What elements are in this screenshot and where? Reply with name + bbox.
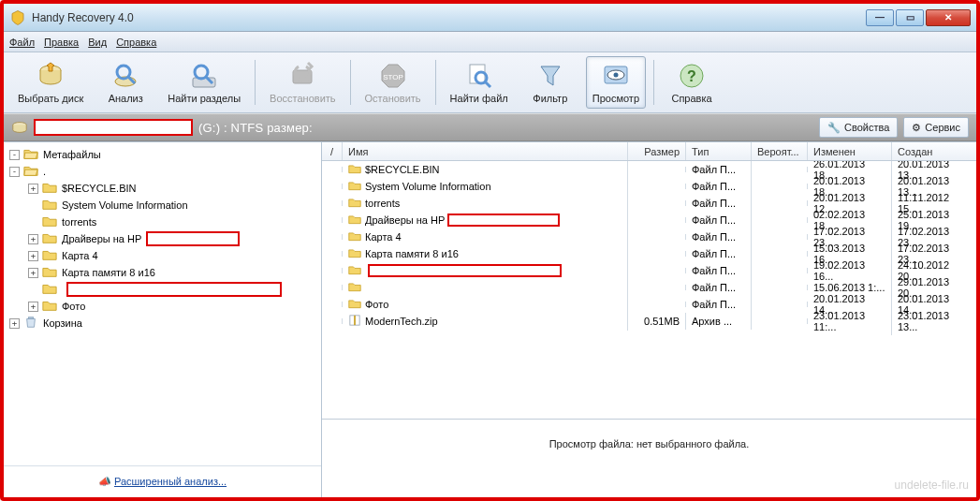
tree-node[interactable]: -Метафайлы: [9, 146, 315, 163]
title-bar: Handy Recovery 4.0 — ▭ ✕: [4, 4, 976, 32]
toolbtn-label: Найти разделы: [168, 93, 241, 104]
file-list[interactable]: $RECYCLE.BINФайл П...26.01.2013 18...20.…: [322, 161, 976, 419]
tree-toggle-icon[interactable]: +: [28, 184, 38, 194]
filter-button[interactable]: Фильтр: [520, 56, 580, 109]
tree-node[interactable]: -.: [9, 163, 315, 180]
col-modified[interactable]: Изменен: [808, 142, 892, 160]
properties-button[interactable]: 🔧 Свойства: [819, 117, 898, 138]
menu-вид[interactable]: Вид: [88, 37, 107, 48]
file-modified: 23.01.2013 11:...: [808, 307, 892, 335]
menu-справка[interactable]: Справка: [116, 37, 156, 48]
preview-button[interactable]: Просмотр: [586, 56, 646, 109]
svg-point-15: [613, 73, 618, 78]
tree-node[interactable]: [9, 281, 315, 298]
folder-icon: [348, 230, 365, 243]
tree-toggle-icon[interactable]: +: [28, 268, 38, 278]
tree-label: System Volume Information: [62, 199, 188, 211]
recover-button: Восстановить: [263, 56, 342, 109]
preview-pane: Просмотр файла: нет выбранного файла.: [322, 419, 976, 497]
tree-toggle-icon[interactable]: +: [9, 318, 20, 329]
folder-icon: [348, 247, 365, 260]
file-name: Карта памяти 8 и16: [365, 248, 459, 259]
toolbtn-label: Остановить: [365, 93, 421, 104]
tree-label: Драйверы на HP: [62, 233, 141, 244]
col-checkbox[interactable]: /: [322, 142, 343, 160]
tree-toggle-icon[interactable]: -: [9, 167, 20, 177]
file-type: Файл П...: [686, 296, 752, 313]
file-created: 23.01.2013 13...: [892, 307, 976, 335]
analyze-button[interactable]: Анализ: [95, 56, 155, 109]
menu-правка[interactable]: Правка: [44, 37, 79, 48]
folder-tree[interactable]: -Метафайлы-.+$RECYCLE.BINSystem Volume I…: [4, 142, 321, 465]
file-size: [628, 167, 686, 172]
file-prob: [752, 302, 808, 307]
window-controls: — ▭ ✕: [866, 9, 971, 26]
maximize-button[interactable]: ▭: [896, 9, 924, 26]
list-header: / Имя Размер Тип Вероят... Изменен Созда…: [322, 142, 976, 161]
path-bar: (G:) : NTFS размер: 🔧 Свойства ⚙ Сервис: [4, 113, 976, 141]
folder-icon: [42, 248, 60, 263]
tree-node[interactable]: torrents: [9, 214, 315, 230]
close-button[interactable]: ✕: [926, 9, 971, 26]
tree-node[interactable]: +Фото: [9, 298, 315, 315]
file-name: $RECYCLE.BIN: [365, 164, 439, 175]
svg-line-12: [485, 81, 490, 87]
tree-node[interactable]: +Драйверы на HP: [9, 230, 315, 247]
file-size: 0.51MB: [628, 313, 686, 330]
stop-button: STOPОстановить: [358, 56, 428, 109]
tree-toggle-icon[interactable]: +: [28, 234, 38, 244]
col-size[interactable]: Размер: [628, 142, 686, 160]
drive-name-redacted: [34, 119, 193, 136]
find-file-button[interactable]: Найти файл: [444, 56, 515, 109]
col-name[interactable]: Имя: [343, 142, 628, 160]
file-name: Фото: [365, 299, 388, 310]
col-probability[interactable]: Вероят...: [752, 142, 808, 160]
folder-icon: [42, 282, 60, 297]
tree-node[interactable]: +Карта 4: [9, 247, 315, 264]
preview-icon: [601, 61, 631, 91]
help-icon: ?: [677, 61, 707, 91]
menu-bar: ФайлПравкаВидСправка: [4, 32, 976, 52]
tree-node[interactable]: +$RECYCLE.BIN: [9, 180, 315, 197]
service-button[interactable]: ⚙ Сервис: [903, 117, 969, 138]
file-type: Файл П...: [686, 262, 752, 279]
tree-node[interactable]: System Volume Information: [9, 197, 315, 214]
tree-toggle-icon[interactable]: +: [28, 302, 38, 312]
file-prob: [752, 234, 808, 240]
advanced-analysis-link[interactable]: Расширенный анализ...: [114, 476, 227, 487]
select-disk-button[interactable]: Выбрать диск: [11, 56, 90, 109]
recover-icon: [287, 61, 317, 91]
redacted-box: [66, 282, 282, 297]
folder-icon: [348, 180, 365, 193]
tree-label: .: [43, 166, 46, 177]
tree-label: torrents: [62, 216, 96, 228]
find-part-icon: [189, 61, 219, 91]
tree-toggle-icon[interactable]: +: [28, 251, 38, 261]
file-size: [628, 268, 686, 273]
list-item[interactable]: ModernTech.zip0.51MBАрхив ...23.01.2013 …: [322, 313, 976, 330]
file-prob: [752, 184, 808, 189]
minimize-button[interactable]: —: [866, 9, 894, 26]
tree-node[interactable]: +Карта памяти 8 и16: [9, 264, 315, 281]
tree-label: $RECYCLE.BIN: [62, 183, 136, 194]
col-created[interactable]: Создан: [892, 142, 976, 160]
gear-icon: ⚙: [912, 122, 921, 134]
file-type: Файл П...: [686, 212, 752, 228]
tree-node[interactable]: +Корзина: [9, 315, 315, 332]
redacted-box: [146, 231, 240, 246]
menu-файл[interactable]: Файл: [9, 37, 35, 48]
svg-rect-19: [28, 317, 33, 319]
disk-icon: [36, 61, 66, 91]
file-name: System Volume Information: [365, 181, 491, 192]
folder-icon: [348, 214, 365, 227]
tree-toggle-icon[interactable]: -: [9, 150, 20, 160]
properties-label: Свойства: [844, 122, 889, 133]
svg-rect-21: [354, 316, 356, 325]
stop-icon: STOP: [378, 61, 408, 91]
find-partitions-button[interactable]: Найти разделы: [161, 56, 247, 109]
file-name: torrents: [365, 198, 400, 209]
tree-label: Карта 4: [62, 250, 98, 261]
list-item[interactable]: Файл П...19.02.2013 16...24.10.2012 20..…: [322, 262, 976, 279]
col-type[interactable]: Тип: [686, 142, 752, 160]
help-button[interactable]: ?Справка: [662, 56, 722, 109]
